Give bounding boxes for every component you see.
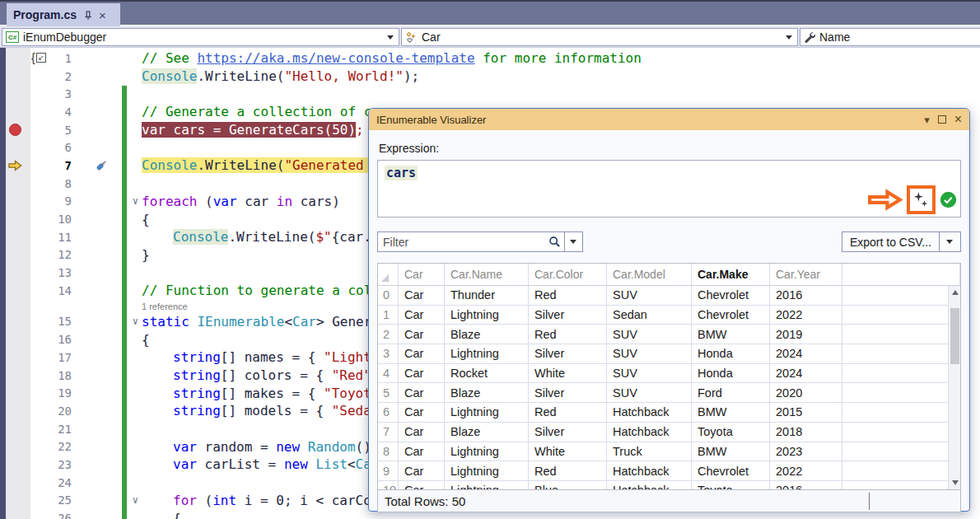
table-cell[interactable]: Car: [399, 403, 445, 423]
table-cell[interactable]: Red: [529, 403, 607, 423]
row-number[interactable]: 8: [378, 442, 399, 462]
table-cell[interactable]: Lightning: [445, 403, 529, 423]
close-dialog-icon[interactable]: ×: [954, 113, 962, 126]
member-dropdown[interactable]: Name: [800, 28, 980, 46]
table-row[interactable]: 7CarBlazeSilverHatchbackToyota2018: [378, 423, 960, 442]
export-csv-button[interactable]: Export to CSV...: [842, 231, 961, 252]
table-row[interactable]: 8CarLightningWhiteTruckBMW2023: [378, 442, 960, 462]
breakpoint-margin[interactable]: [0, 246, 30, 264]
code-line[interactable]: 3: [0, 85, 980, 103]
column-header[interactable]: Car.Model: [607, 264, 692, 286]
table-cell[interactable]: Lightning: [445, 442, 529, 462]
column-header[interactable]: Car: [399, 264, 445, 286]
table-cell[interactable]: BMW: [692, 325, 770, 344]
table-cell[interactable]: BMW: [692, 403, 770, 423]
table-cell[interactable]: Car: [399, 423, 445, 442]
scroll-up-icon[interactable]: [949, 286, 961, 299]
breakpoint-margin[interactable]: [0, 138, 30, 157]
breakpoint-margin[interactable]: [0, 49, 30, 68]
breakpoint-margin[interactable]: [0, 68, 30, 86]
table-cell[interactable]: Rocket: [445, 364, 529, 384]
table-cell[interactable]: Silver: [529, 383, 607, 403]
table-cell[interactable]: Car: [399, 286, 445, 306]
breakpoint-margin[interactable]: [0, 121, 30, 139]
table-cell[interactable]: Blue: [529, 481, 607, 489]
export-dropdown-icon[interactable]: [939, 232, 960, 251]
search-icon[interactable]: [545, 236, 564, 248]
breakpoint-margin[interactable]: [0, 157, 30, 175]
breakpoint-margin[interactable]: [0, 474, 30, 492]
breakpoint-margin[interactable]: [0, 456, 30, 474]
table-cell[interactable]: 2023: [770, 442, 842, 462]
expression-value[interactable]: cars: [385, 166, 418, 180]
table-cell[interactable]: Honda: [692, 364, 770, 384]
table-cell[interactable]: Car: [399, 461, 445, 481]
table-row[interactable]: 0CarThunderRedSUVChevrolet2016: [378, 286, 960, 306]
table-cell[interactable]: Hatchback: [607, 403, 692, 423]
row-number[interactable]: 10: [378, 481, 399, 489]
table-cell[interactable]: Sedan: [607, 306, 692, 325]
table-cell[interactable]: Hatchback: [607, 481, 692, 489]
table-cell[interactable]: Red: [529, 286, 607, 306]
column-header[interactable]: Car.Color: [529, 264, 607, 286]
table-cell[interactable]: Blaze: [445, 423, 529, 442]
code-text[interactable]: // See https://aka.ms/new-console-templa…: [142, 50, 980, 66]
table-row[interactable]: 4CarRocketWhiteSUVHonda2024: [378, 364, 960, 384]
expression-editor[interactable]: cars: [377, 160, 961, 217]
breakpoint-margin[interactable]: [0, 384, 30, 402]
table-cell[interactable]: 2016: [770, 481, 842, 489]
breakpoint-icon[interactable]: [9, 124, 21, 136]
scroll-down-icon[interactable]: [949, 476, 961, 489]
fold-chevron-icon[interactable]: ∨: [133, 316, 138, 326]
code-line[interactable]: 2Console.WriteLine("Hello, World!");: [0, 68, 980, 86]
breakpoint-margin[interactable]: [0, 420, 30, 438]
table-row[interactable]: 3CarLightningSilverSUVHonda2024: [378, 344, 960, 364]
table-cell[interactable]: Car: [399, 344, 445, 364]
table-cell[interactable]: SUV: [607, 344, 692, 364]
table-cell[interactable]: Toyota: [692, 423, 770, 442]
table-cell[interactable]: 2018: [770, 423, 842, 442]
row-number[interactable]: 0: [378, 286, 399, 306]
row-number[interactable]: 1: [378, 306, 399, 325]
table-cell[interactable]: Red: [529, 461, 607, 481]
table-cell[interactable]: SUV: [607, 325, 692, 344]
table-cell[interactable]: Ford: [692, 383, 770, 403]
table-cell[interactable]: Truck: [607, 442, 692, 462]
filter-input[interactable]: [378, 232, 545, 251]
table-cell[interactable]: Chevrolet: [692, 306, 770, 325]
breakpoint-margin[interactable]: [0, 330, 30, 348]
fold-chevron-icon[interactable]: ∨: [133, 196, 138, 206]
breakpoint-margin[interactable]: [0, 193, 30, 211]
type-dropdown[interactable]: Car: [401, 28, 798, 46]
table-cell[interactable]: Blaze: [445, 325, 529, 344]
table-cell[interactable]: 2022: [770, 306, 842, 325]
table-cell[interactable]: Honda: [692, 344, 770, 364]
table-row[interactable]: 6CarLightningRedHatchbackBMW2015: [378, 403, 960, 423]
select-all-corner[interactable]: [378, 264, 399, 286]
table-cell[interactable]: Silver: [529, 306, 607, 325]
window-menu-icon[interactable]: ▾: [924, 115, 930, 125]
fold-chevron-icon[interactable]: ∨: [133, 495, 138, 505]
breakpoint-margin[interactable]: [0, 402, 30, 420]
table-cell[interactable]: Red: [529, 325, 607, 344]
dialog-titlebar[interactable]: IEnumerable Visualizer ▾ ×: [369, 109, 969, 130]
table-cell[interactable]: 2022: [770, 461, 842, 481]
filter-dropdown-icon[interactable]: [564, 232, 582, 251]
table-cell[interactable]: Toyota: [692, 481, 770, 489]
breakpoint-margin[interactable]: [0, 492, 30, 510]
breakpoint-margin[interactable]: [0, 228, 30, 246]
table-cell[interactable]: SUV: [607, 383, 692, 403]
column-header[interactable]: Car.Make: [692, 264, 770, 286]
code-line[interactable]: 1// See https://aka.ms/new-console-templ…: [0, 49, 980, 68]
table-cell[interactable]: White: [529, 442, 607, 462]
breakpoint-margin[interactable]: [0, 175, 30, 193]
code-text[interactable]: Console.WriteLine("Hello, World!");: [142, 68, 980, 84]
breakpoint-margin[interactable]: [0, 367, 30, 385]
vertical-scrollbar[interactable]: [948, 286, 960, 489]
table-cell[interactable]: Chevrolet: [692, 286, 770, 306]
breakpoint-margin[interactable]: [0, 210, 30, 228]
table-cell[interactable]: Silver: [529, 423, 607, 442]
table-row[interactable]: 10CarLightningBlueHatchbackToyota2016: [378, 481, 960, 489]
breakpoint-margin[interactable]: [0, 264, 30, 282]
row-number[interactable]: 5: [378, 383, 399, 403]
